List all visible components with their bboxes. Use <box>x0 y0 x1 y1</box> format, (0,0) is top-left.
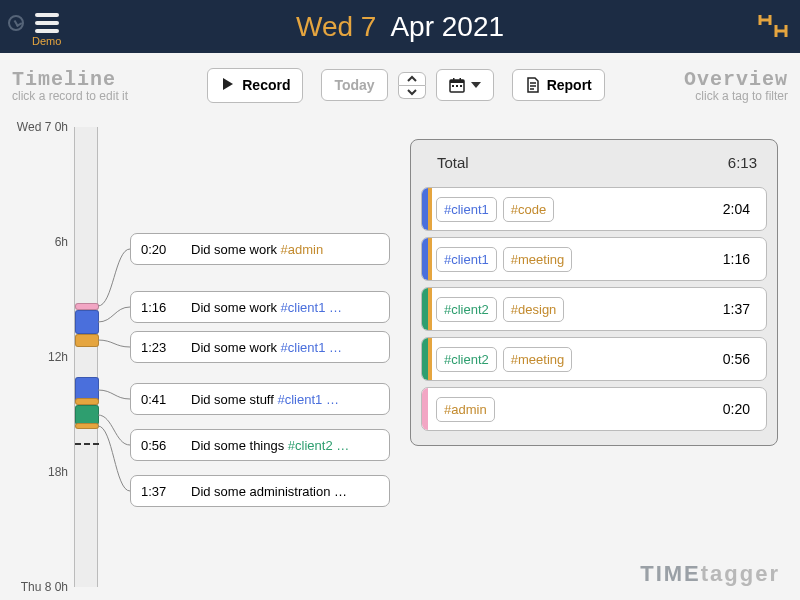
app-header: Demo Wed 7 Apr 2021 <box>0 0 800 53</box>
record-description: Did some work #client1 … <box>191 340 342 355</box>
color-stripe <box>428 188 432 230</box>
hashtag: #client1 <box>444 202 489 217</box>
hashtag: #design <box>511 302 557 317</box>
record-card[interactable]: 0:41Did some stuff #client1 … <box>130 383 390 415</box>
svg-rect-1 <box>450 80 464 83</box>
overview-panel: Total 6:13 #client1#code2:04#client1#mee… <box>410 139 778 446</box>
record-duration: 1:16 <box>141 300 177 315</box>
timeline-tick: 18h <box>48 465 68 479</box>
hashtag: #client1 <box>444 252 489 267</box>
record-card[interactable]: 1:16Did some work #client1 … <box>130 291 390 323</box>
overview-duration: 0:56 <box>723 351 750 367</box>
overview-duration: 1:16 <box>723 251 750 267</box>
demo-label: Demo <box>32 35 61 47</box>
date-month: Apr 2021 <box>390 11 504 42</box>
overview-duration: 2:04 <box>723 201 750 217</box>
tag-chip[interactable]: #client1 <box>436 247 497 272</box>
date-weekday: Wed 7 <box>296 11 376 42</box>
play-icon <box>220 76 236 95</box>
hashtag: #client2 <box>444 352 489 367</box>
record-card[interactable]: 0:20Did some work #admin <box>130 233 390 265</box>
tag-chip[interactable]: #meeting <box>503 347 572 372</box>
calendar-button[interactable] <box>436 69 494 101</box>
today-button[interactable]: Today <box>321 69 387 101</box>
timeline-block[interactable] <box>75 310 99 334</box>
svg-rect-6 <box>460 85 462 87</box>
record-duration: 1:37 <box>141 484 177 499</box>
timeline-block[interactable] <box>75 398 99 405</box>
hashtag: #client1 … <box>281 340 342 355</box>
color-stripe <box>428 238 432 280</box>
svg-rect-3 <box>459 78 461 81</box>
timeline-track[interactable] <box>74 127 98 587</box>
overview-row[interactable]: #client2#design1:37 <box>421 287 767 331</box>
timeline-tick: Wed 7 0h <box>17 120 68 134</box>
hashtag: #admin <box>444 402 487 417</box>
clock-icon <box>8 15 24 31</box>
record-duration: 0:20 <box>141 242 177 257</box>
timeline-tick: 12h <box>48 350 68 364</box>
overview-row[interactable]: #client1#code2:04 <box>421 187 767 231</box>
calendar-icon <box>449 77 465 93</box>
timeline-block[interactable] <box>75 405 99 425</box>
tag-chip[interactable]: #meeting <box>503 247 572 272</box>
date-title[interactable]: Wed 7 Apr 2021 <box>296 11 504 43</box>
timeline-block[interactable] <box>75 303 99 310</box>
hashtag: #meeting <box>511 352 564 367</box>
color-stripe <box>428 288 432 330</box>
nav-up-button[interactable] <box>398 72 426 86</box>
overview-duration: 1:37 <box>723 301 750 317</box>
nav-down-button[interactable] <box>398 86 426 99</box>
document-icon <box>525 77 541 93</box>
record-card[interactable]: 1:23Did some work #client1 … <box>130 331 390 363</box>
hashtag: #client1 … <box>277 392 338 407</box>
hashtag: #client2 … <box>288 438 349 453</box>
chevron-up-icon <box>407 75 417 83</box>
menu-button[interactable] <box>35 13 59 33</box>
overview-row[interactable]: #admin0:20 <box>421 387 767 431</box>
total-value: 6:13 <box>728 154 757 171</box>
hashtag: #meeting <box>511 252 564 267</box>
report-button[interactable]: Report <box>512 69 605 101</box>
record-duration: 0:41 <box>141 392 177 407</box>
chevron-down-icon <box>407 88 417 96</box>
tag-chip[interactable]: #client1 <box>436 197 497 222</box>
overview-duration: 0:20 <box>723 401 750 417</box>
app-logo-icon <box>756 7 792 47</box>
timeline-block[interactable] <box>75 423 99 429</box>
timeline-now-marker <box>75 443 99 445</box>
record-card[interactable]: 0:56Did some things #client2 … <box>130 429 390 461</box>
timeline-block[interactable] <box>75 334 99 347</box>
svg-rect-5 <box>456 85 458 87</box>
hashtag: #client2 <box>444 302 489 317</box>
record-card[interactable]: 1:37Did some administration … <box>130 475 390 507</box>
record-description: Did some administration … <box>191 484 347 499</box>
timeline-tick: Thu 8 0h <box>21 580 68 594</box>
overview-row[interactable]: #client1#meeting1:16 <box>421 237 767 281</box>
svg-rect-4 <box>452 85 454 87</box>
toolbar: Timeline click a record to edit it Recor… <box>0 63 800 107</box>
record-description: Did some work #admin <box>191 242 323 257</box>
total-label: Total <box>437 154 469 171</box>
timeline-panel-label: Timeline click a record to edit it <box>12 68 128 103</box>
tag-chip[interactable]: #design <box>503 297 565 322</box>
overview-row[interactable]: #client2#meeting0:56 <box>421 337 767 381</box>
overview-panel-label: Overview click a tag to filter <box>684 68 788 103</box>
tag-chip[interactable]: #admin <box>436 397 495 422</box>
svg-rect-2 <box>453 78 455 81</box>
brand-logo: TIMEtagger <box>640 561 780 588</box>
tag-chip[interactable]: #client2 <box>436 297 497 322</box>
record-description: Did some work #client1 … <box>191 300 342 315</box>
record-description: Did some stuff #client1 … <box>191 392 339 407</box>
hashtag: #admin <box>281 242 324 257</box>
timeline: Wed 7 0h6h12h18hThu 8 0h 0:20Did some wo… <box>8 127 406 597</box>
hashtag: #code <box>511 202 546 217</box>
chevron-down-icon <box>471 82 481 88</box>
record-button[interactable]: Record <box>207 68 303 103</box>
tag-chip[interactable]: #client2 <box>436 347 497 372</box>
hashtag: #client1 … <box>281 300 342 315</box>
tag-chip[interactable]: #code <box>503 197 554 222</box>
color-stripe <box>422 388 428 430</box>
record-duration: 1:23 <box>141 340 177 355</box>
record-duration: 0:56 <box>141 438 177 453</box>
